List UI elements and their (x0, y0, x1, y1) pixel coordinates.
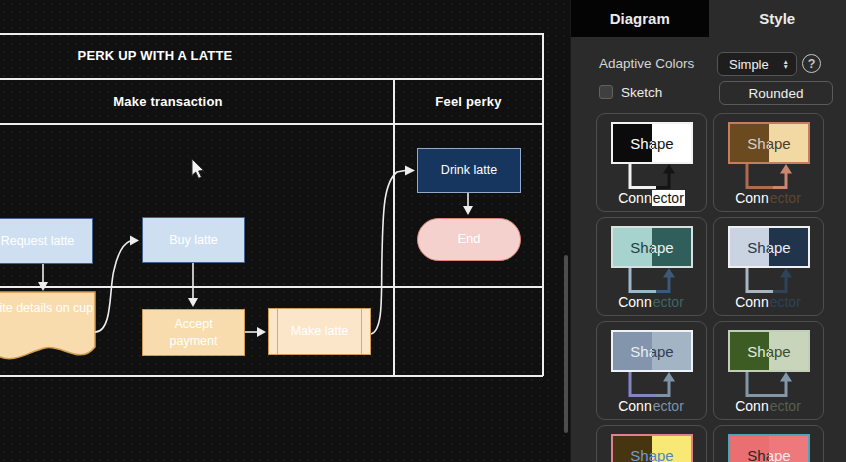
adaptive-colors-select[interactable]: Simple ▲▼ (717, 52, 797, 76)
node-drink-latte[interactable]: Drink latte (417, 148, 521, 193)
pool-title-divider (0, 78, 543, 80)
style-preset-card[interactable]: Shape Shape Connector (713, 113, 824, 212)
arrowhead-right-icon (130, 236, 139, 246)
diagram-canvas[interactable]: PERK UP WITH A LATTE Make transaction Fe… (0, 0, 570, 462)
node-request-latte[interactable]: Request latte (0, 218, 93, 264)
connector-make-to-drink[interactable] (371, 171, 405, 335)
arrowhead-right-icon (405, 166, 415, 176)
pool-top-border (0, 33, 543, 35)
node-end[interactable]: End (417, 218, 521, 261)
connector-preview (611, 268, 693, 296)
style-preset-card[interactable]: Shape Shape Connector (713, 321, 824, 420)
pool-right-border (542, 33, 544, 376)
connector-preview-label: Connector (714, 190, 823, 206)
style-preset-card[interactable]: Shape Shape Connector (596, 113, 707, 212)
arrowhead-right-icon (257, 327, 266, 337)
subprocess-bar (361, 309, 362, 354)
style-preset-card[interactable]: Shape Shape Connector (713, 425, 824, 462)
shape-preview: Shape Shape (728, 330, 810, 372)
shape-preview: Shape Shape (728, 122, 810, 164)
row-divider (0, 286, 543, 288)
arrowhead-down-icon (188, 298, 198, 307)
connector-preview-label: Connector (597, 190, 706, 206)
format-panel: Diagram Style Adaptive Colors Simple ▲▼ … (570, 0, 846, 462)
node-label: Drink latte (441, 162, 497, 178)
tab-diagram[interactable]: Diagram (571, 0, 709, 37)
style-preset-card[interactable]: Shape Shape Connector (713, 217, 824, 316)
lane-divider (393, 78, 395, 376)
help-icon[interactable]: ? (802, 54, 821, 73)
panel-tabbar: Diagram Style (571, 0, 846, 37)
arrowhead-down-icon (463, 206, 473, 215)
sketch-checkbox[interactable] (599, 85, 613, 99)
node-write-details-label[interactable]: Write details on cup (0, 300, 95, 316)
style-preset-grid: Shape Shape Connector Shape Shape Connec… (596, 113, 824, 462)
subprocess-bar (277, 309, 278, 354)
vertical-scrollbar[interactable] (564, 255, 568, 433)
tab-style[interactable]: Style (709, 0, 846, 37)
node-label: Buy latte (169, 232, 218, 248)
shape-preview: Shape Shape (728, 434, 810, 462)
connector-preview (728, 164, 810, 192)
connector-preview (611, 372, 693, 400)
node-label: Request latte (1, 233, 75, 249)
connector-preview-label: Connector (597, 294, 706, 310)
style-preset-card[interactable]: Shape Shape Connector (596, 425, 707, 462)
style-preset-card[interactable]: Shape Shape Connector (596, 321, 707, 420)
selected-option: Simple (729, 57, 769, 72)
shape-preview: Shape Shape (728, 226, 810, 268)
node-buy-latte[interactable]: Buy latte (142, 217, 245, 263)
connector-preview (728, 372, 810, 400)
node-label: Accept payment (159, 316, 228, 349)
connector-preview (728, 268, 810, 296)
shape-preview: Shape Shape (611, 226, 693, 268)
connector-preview (611, 164, 693, 192)
pool-title[interactable]: PERK UP WITH A LATTE (0, 48, 310, 63)
dropdown-arrows-icon: ▲▼ (783, 59, 789, 70)
lane-header-divider (0, 123, 543, 125)
rounded-button[interactable]: Rounded (719, 81, 833, 105)
shape-preview: Shape Shape (611, 122, 693, 164)
node-accept-payment[interactable]: Accept payment (142, 309, 245, 356)
lane-header-make-transaction[interactable]: Make transaction (0, 94, 336, 109)
connector-preview-label: Connector (597, 398, 706, 414)
connector-preview-label: Connector (714, 294, 823, 310)
node-make-latte[interactable]: Make latte (268, 308, 371, 355)
lane-header-feel-perky[interactable]: Feel perky (394, 94, 543, 109)
connector-preview-label: Connector (714, 398, 823, 414)
node-label: End (457, 231, 480, 248)
sketch-label: Sketch (621, 85, 662, 100)
node-label: Make latte (291, 323, 349, 339)
style-preset-card[interactable]: Shape Shape Connector (596, 217, 707, 316)
shape-preview: Shape Shape (611, 330, 693, 372)
adaptive-colors-label: Adaptive Colors (599, 56, 694, 71)
pool-bottom-border (0, 375, 543, 377)
mouse-cursor-icon (192, 159, 204, 178)
shape-preview: Shape Shape (611, 434, 693, 462)
